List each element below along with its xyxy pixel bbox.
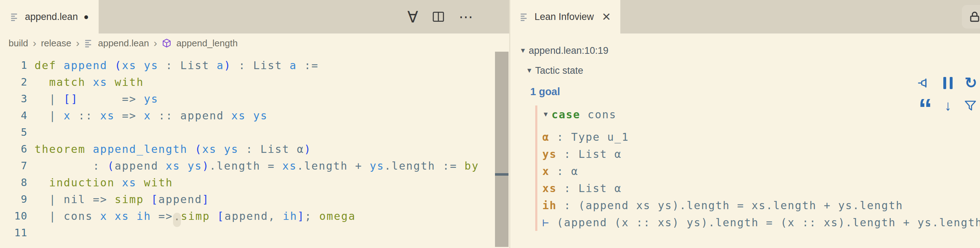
code-line-content: | [] => ys [27, 91, 159, 107]
hypothesis-name[interactable]: ih [542, 199, 557, 212]
tab-label: append.lean [25, 11, 78, 22]
hypothesis-row[interactable]: α : Type u_1 [542, 128, 980, 146]
line-number: 4 [0, 107, 27, 124]
symbol-cube-icon [162, 38, 172, 48]
tactic-state-toolbar: “ ↓ [918, 98, 977, 113]
goal-row: ⊢ (append (x :: xs) ys).length = (x :: x… [542, 214, 980, 231]
code-line[interactable]: 7 : (append xs ys).length = xs.length + … [0, 157, 510, 174]
code-line-content [27, 224, 35, 241]
case-name: cons [581, 108, 616, 121]
case-row[interactable]: ▼ case cons [542, 106, 980, 123]
code-line[interactable]: 1def append (xs ys : List a) : List a := [0, 57, 510, 74]
line-number: 8 [0, 174, 27, 191]
hypothesis-row[interactable]: xs : List α [542, 179, 980, 197]
hypothesis-name[interactable]: ys [542, 148, 557, 160]
file-icon [10, 12, 19, 21]
code-line[interactable]: 2 match xs with [0, 74, 510, 91]
quote-icon[interactable]: “ [918, 103, 932, 118]
tactic-state-row[interactable]: ▼ Tactic state [520, 61, 980, 80]
code-line-content: induction xs with [27, 174, 173, 191]
line-number: 7 [0, 157, 27, 174]
code-line[interactable]: 11 [0, 224, 510, 241]
tab-label: Lean Infoview [535, 11, 594, 22]
hypothesis-type: : α [549, 165, 578, 178]
modified-indicator-dot: ● [84, 13, 89, 21]
breadcrumb-item-build[interactable]: build [8, 38, 28, 49]
more-actions-icon[interactable]: ⋯ [459, 8, 474, 25]
hypothesis-type: : (append xs ys).length = xs.length + ys… [557, 199, 904, 212]
hypothesis-row[interactable]: x : α [542, 163, 980, 179]
hypothesis-type: : List α [557, 182, 622, 195]
chevron-right-icon: › [33, 37, 36, 49]
hypotheses-list: α : Type u_1ys : List αx : αxs : List αi… [542, 128, 980, 214]
lock-icon [968, 10, 980, 24]
breadcrumb: build › release › append.lean › append_l… [0, 34, 510, 53]
collapse-triangle-icon[interactable]: ▼ [520, 47, 526, 54]
infoview-group: Lean Infoview ✕ ▼ append.lean:10:19 ▼ Ta… [510, 0, 980, 248]
breadcrumb-item-release[interactable]: release [41, 38, 71, 49]
code-line-content: match xs with [27, 74, 144, 91]
line-number: 11 [0, 224, 27, 241]
split-editor-icon[interactable] [431, 10, 445, 24]
hypothesis-type: : List α [557, 148, 622, 160]
lock-button[interactable] [962, 5, 980, 29]
case-block: ▼ case cons α : Type u_1ys : List αx : α… [535, 106, 980, 231]
tactic-state-label: Tactic state [535, 65, 583, 76]
tab-append-lean[interactable]: append.lean ● [0, 0, 99, 34]
code-line[interactable]: 10 | cons x xs ih =>·simp [append, ih]; … [0, 208, 510, 224]
code-line-content: | nil => simp [append] [27, 191, 209, 208]
editor-group: append.lean ● ∀ ⋯ build › release › appe… [0, 0, 510, 248]
code-line[interactable]: 8 induction xs with [0, 174, 510, 191]
refresh-icon[interactable]: ↻ [965, 75, 977, 91]
code-line[interactable]: 9 | nil => simp [append] [0, 191, 510, 208]
code-line-content: def append (xs ys : List a) : List a := [27, 57, 319, 74]
line-number: 2 [0, 74, 27, 91]
code-line-content: | cons x xs ih =>·simp [append, ih]; ome… [27, 208, 356, 224]
infoview-tab-bar: Lean Infoview ✕ [510, 0, 980, 34]
infoview-body: ▼ append.lean:10:19 ▼ Tactic state 1 goa… [510, 34, 980, 231]
infoview-position-row[interactable]: ▼ append.lean:10:19 [520, 41, 980, 61]
code-line-content: : (append xs ys).length = xs.length + ys… [27, 157, 479, 174]
line-number: 6 [0, 141, 27, 157]
breadcrumb-item-file[interactable]: append.lean [98, 38, 149, 49]
case-keyword: case [552, 108, 581, 121]
code-line-content: theorem append_length (xs ys : List α) [27, 141, 312, 157]
infoview-position-label: append.lean:10:19 [529, 45, 609, 56]
line-number: 3 [0, 91, 27, 107]
hypothesis-row[interactable]: ys : List α [542, 146, 980, 163]
line-number: 5 [0, 124, 27, 141]
goal-count: 1 goal [520, 80, 980, 102]
collapse-triangle-icon[interactable]: ▼ [526, 67, 533, 74]
line-number: 9 [0, 191, 27, 208]
tab-lean-infoview[interactable]: Lean Infoview ✕ [510, 0, 620, 34]
hypothesis-row[interactable]: ih : (append xs ys).length = xs.length +… [542, 197, 980, 214]
hypothesis-name[interactable]: α [542, 131, 549, 143]
code-line[interactable]: 5 [0, 124, 510, 141]
chevron-right-icon: › [153, 37, 157, 49]
code-line[interactable]: 3 | [] => ys [0, 91, 510, 107]
code-line[interactable]: 4 | x :: xs => x :: append xs ys [0, 107, 510, 124]
code-line-content [27, 124, 35, 141]
chevron-right-icon: › [76, 37, 80, 49]
pin-icon[interactable] [917, 76, 931, 90]
hypothesis-name[interactable]: xs [542, 182, 557, 195]
hypothesis-name[interactable]: x [542, 165, 549, 178]
file-icon [520, 12, 529, 21]
close-icon[interactable]: ✕ [602, 10, 611, 24]
pause-icon[interactable] [943, 77, 953, 89]
down-arrow-icon[interactable]: ↓ [944, 98, 951, 113]
editor-actions: ∀ ⋯ [407, 0, 474, 34]
goal-expression: (append (x :: xs) ys).length = (x :: xs)… [549, 216, 980, 229]
hypothesis-type: : Type u_1 [549, 131, 629, 143]
filter-funnel-icon[interactable] [964, 99, 977, 112]
editor-scrollbar[interactable] [495, 52, 509, 247]
line-number: 10 [0, 208, 27, 224]
scrollbar-cursor-mark [495, 173, 509, 176]
line-number: 1 [0, 57, 27, 74]
breadcrumb-item-symbol[interactable]: append_length [176, 38, 237, 49]
text-cursor: · [173, 213, 181, 227]
lean-forall-icon[interactable]: ∀ [407, 8, 418, 26]
code-line-content: | x :: xs => x :: append xs ys [27, 107, 268, 124]
collapse-triangle-icon[interactable]: ▼ [542, 110, 549, 118]
code-line[interactable]: 6theorem append_length (xs ys : List α) [0, 141, 510, 157]
